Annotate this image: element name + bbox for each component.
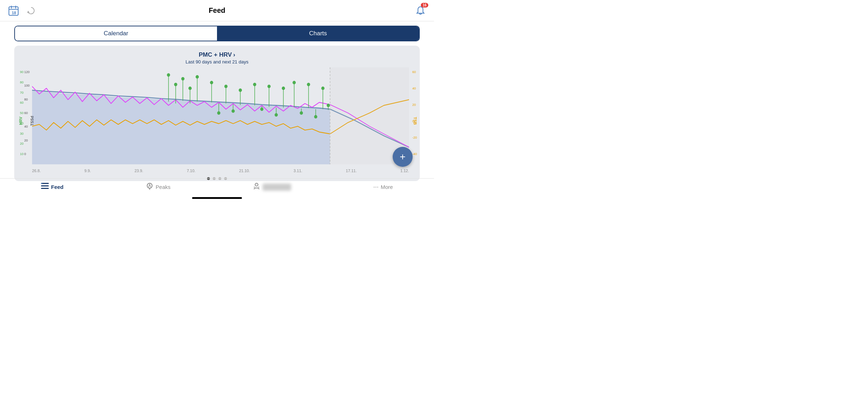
svg-point-9: [167, 73, 170, 77]
svg-point-17: [196, 75, 198, 78]
tssd-axis: 120 100 80 60 40 20 0: [24, 70, 30, 156]
svg-marker-7: [32, 90, 330, 164]
tssd-20: 20: [24, 139, 30, 142]
x-label-7: 17.11.: [346, 169, 357, 173]
fab-add-button[interactable]: +: [393, 147, 413, 167]
tssd-120: 120: [24, 70, 30, 74]
notification-button[interactable]: 16: [414, 4, 427, 17]
chart-arrow-icon: ›: [233, 51, 236, 58]
peaks-icon: [146, 182, 154, 192]
svg-point-39: [293, 81, 296, 84]
x-label-5: 21.10.: [239, 169, 250, 173]
x-axis-labels: 26.8. 9.9. 23.9. 7.10. 21.10. 3.11. 17.1…: [32, 169, 409, 173]
feed-label: Feed: [51, 184, 63, 190]
header: 18 Feed 16: [0, 0, 434, 21]
x-label-2: 9.9.: [84, 169, 91, 173]
chart-title[interactable]: PMC + HRV ›: [14, 51, 420, 58]
nav-item-peaks[interactable]: Peaks: [146, 182, 171, 192]
athlete-label-blurred: [263, 184, 291, 191]
svg-point-47: [321, 87, 324, 90]
nav-item-more[interactable]: ··· More: [373, 183, 393, 191]
tab-calendar[interactable]: Calendar: [15, 26, 217, 41]
svg-point-25: [232, 109, 234, 113]
svg-point-43: [307, 83, 310, 86]
x-label-6: 3.11.: [294, 169, 302, 173]
header-left: 18: [7, 4, 37, 17]
tssd-80: 80: [24, 98, 30, 101]
svg-point-29: [253, 83, 256, 86]
svg-point-13: [181, 77, 184, 81]
peaks-label: Peaks: [156, 184, 171, 190]
home-indicator: [192, 197, 242, 199]
x-label-4: 7.10.: [187, 169, 195, 173]
more-label: More: [381, 184, 393, 190]
svg-point-27: [239, 89, 242, 92]
svg-point-21: [217, 112, 220, 115]
chart-inner: HRV 120 100 80 60 40 20 0 90 80 70 60 50…: [14, 67, 420, 174]
chart-container: PMC + HRV › Last 90 days and next 21 day…: [14, 46, 420, 181]
feed-icon: [41, 183, 49, 191]
svg-point-23: [224, 85, 227, 88]
svg-point-31: [260, 108, 263, 111]
tab-bar: Calendar Charts: [14, 26, 420, 41]
page-title: Feed: [209, 6, 226, 15]
more-icon: ···: [373, 183, 379, 191]
svg-rect-55: [41, 183, 42, 184]
x-label-3: 23.9.: [134, 169, 143, 173]
notification-badge: 16: [421, 3, 428, 7]
svg-point-45: [314, 115, 317, 118]
svg-point-11: [174, 83, 177, 86]
svg-marker-5: [27, 11, 30, 13]
hrv-axis: 90 80 70 60 50 40 30 20 10: [20, 70, 24, 156]
calendar-icon[interactable]: 18: [7, 4, 20, 17]
tsb-axis: 60 40 20 0 -20 -40: [412, 70, 417, 156]
svg-rect-53: [41, 185, 49, 186]
svg-point-41: [300, 112, 303, 115]
chart-title-text: PMC + HRV: [199, 51, 232, 58]
nav-item-athlete[interactable]: [253, 182, 291, 192]
svg-point-37: [282, 87, 285, 90]
tab-charts[interactable]: Charts: [217, 26, 419, 41]
nav-item-feed[interactable]: Feed: [41, 183, 63, 191]
tssd-100: 100: [24, 84, 30, 87]
svg-point-58: [255, 183, 258, 186]
athlete-icon: [253, 182, 260, 192]
x-label-1: 26.8.: [32, 169, 41, 173]
svg-point-35: [275, 113, 278, 117]
tssd-0: 0: [24, 152, 30, 156]
chart-svg-area: [32, 67, 409, 164]
svg-point-49: [327, 104, 330, 107]
svg-point-19: [210, 81, 213, 84]
svg-point-33: [268, 85, 270, 88]
refresh-icon[interactable]: [26, 5, 37, 16]
tssd-40: 40: [24, 125, 30, 128]
x-label-8: 1.12.: [401, 169, 409, 173]
svg-point-15: [188, 87, 191, 90]
svg-text:18: 18: [12, 11, 16, 15]
tssd-60: 60: [24, 111, 30, 115]
bottom-nav: Feed Peaks ··· More: [0, 178, 434, 194]
chart-subtitle: Last 90 days and next 21 days: [14, 59, 420, 65]
tsb-axis-label: TSB: [413, 117, 417, 125]
svg-rect-54: [41, 188, 49, 189]
